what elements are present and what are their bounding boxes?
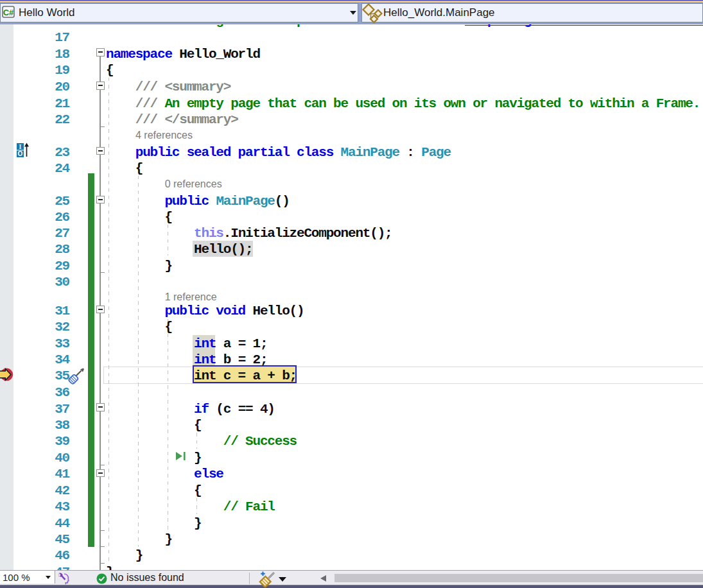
svg-text:I: I bbox=[19, 143, 22, 150]
svg-text:C#: C# bbox=[3, 8, 14, 17]
svg-text:O: O bbox=[18, 150, 23, 157]
